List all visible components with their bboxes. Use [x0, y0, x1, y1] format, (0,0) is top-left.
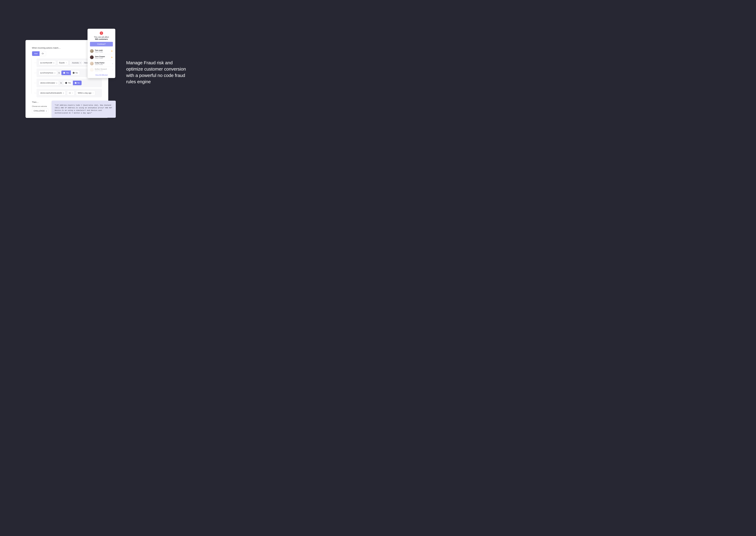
alert-icon: !: [100, 31, 103, 35]
attribute-select[interactable]: device.lastAuthenticatedAt ▴▾: [39, 90, 65, 95]
operator-label: Equals: [59, 62, 65, 64]
tree-connector-vertical: [31, 58, 32, 94]
value-tag: Australia ✕: [71, 61, 82, 64]
tree-connector-horizontal: [34, 63, 37, 63]
value-select[interactable]: Within a day ago ▾: [76, 90, 95, 95]
avatar: [90, 49, 94, 53]
view-all-link[interactable]: View All Affected: [90, 74, 113, 76]
affect-title: This rule will affect: [90, 36, 113, 38]
view-profile-link[interactable]: View Profile: [95, 57, 110, 59]
operator-label: ==: [69, 92, 71, 94]
logic-operator-tabs: And Or: [32, 51, 46, 56]
remove-tag-icon[interactable]: ✕: [80, 62, 81, 64]
check-icon: ✓: [63, 72, 65, 74]
affect-count: 500 customers: [90, 38, 113, 40]
tree-connector-horizontal: [34, 83, 37, 83]
condition-row: device.lastAuthenticatedAt ▴▾ == ▾ Withi…: [37, 89, 102, 97]
outcome-value: CHALLENGE: [34, 110, 45, 112]
link-word: is: [60, 82, 62, 84]
customer-name: Jane Cooper: [95, 55, 110, 57]
customer-name: Tom cook: [95, 49, 110, 51]
x-icon: ✕: [73, 72, 75, 74]
customer-name: Esther Howard: [95, 68, 111, 70]
yes-label: Yes: [68, 82, 71, 84]
tag-label: Australia: [72, 62, 79, 64]
check-icon: ✓: [65, 82, 67, 84]
chevron-right-icon: ›: [112, 62, 113, 65]
generated-rule-code: "(IP Address.Country Code = [Australia (…: [52, 101, 116, 118]
sort-icon: ▴▾: [63, 92, 64, 94]
customer-row[interactable]: Cody Fisher View Profile ›: [90, 60, 113, 67]
avatar: [90, 68, 94, 72]
chevron-down-icon: ▾: [66, 62, 67, 63]
attribute-label: device.lastAuthenticatedAt: [40, 92, 62, 94]
attribute-label: ip.isAnonymous: [40, 72, 53, 74]
tab-or[interactable]: Or: [40, 51, 46, 56]
toggle-yes[interactable]: ✓ Yes: [61, 71, 71, 75]
marketing-headline: Manage Fraud risk and optimize customer …: [126, 59, 187, 85]
tab-and[interactable]: And: [32, 51, 40, 56]
yes-label: Yes: [66, 72, 69, 74]
link-word: is: [58, 72, 60, 74]
sort-icon: ▴▾: [53, 62, 54, 64]
attribute-select[interactable]: ip.countrycode ▴▾: [39, 60, 56, 65]
chevron-down-icon: ▾: [72, 92, 73, 94]
no-label: No: [76, 72, 78, 74]
attribute-select[interactable]: device.isSimulator ▴▾: [39, 81, 59, 85]
boolean-toggle: ✓ Yes ✕ No: [61, 70, 80, 75]
condition-row: device.isSimulator ▴▾ is ✓ Yes ✕ No: [37, 79, 102, 87]
value-label: Within a day ago: [78, 92, 91, 94]
toggle-no[interactable]: ✕ No: [71, 71, 80, 75]
customer-row[interactable]: Jane Cooper View Profile ★: [90, 54, 113, 60]
view-profile-link[interactable]: View Profile: [95, 64, 111, 65]
sort-icon: ▴▾: [46, 110, 47, 112]
customer-row[interactable]: Tom cook View Profile ★: [90, 48, 113, 54]
avatar: [90, 55, 94, 59]
toggle-no[interactable]: ✕ No: [73, 81, 82, 85]
attribute-label: ip.countrycode: [40, 62, 52, 64]
operator-select[interactable]: == ▾: [67, 90, 75, 95]
star-icon[interactable]: ★: [111, 50, 113, 52]
avatar: [90, 62, 94, 65]
boolean-toggle: ✓ Yes ✕ No: [63, 81, 82, 85]
view-profile-link[interactable]: View Profile: [95, 51, 110, 53]
x-icon: ✕: [75, 82, 77, 84]
affect-summary-card: ! This rule will affect 500 customers Co…: [87, 29, 115, 78]
no-label: No: [78, 82, 80, 84]
customer-row[interactable]: Esther Howard View Profile ›: [90, 67, 113, 73]
customer-name: Cody Fisher: [95, 62, 111, 64]
continue-button[interactable]: Continue?: [90, 42, 113, 47]
operator-select[interactable]: Equals ▾: [57, 60, 68, 65]
sort-icon: ▴▾: [54, 72, 55, 74]
view-profile-link[interactable]: View Profile: [95, 70, 111, 72]
star-icon[interactable]: ★: [111, 56, 113, 58]
attribute-label: device.isSimulator: [40, 82, 55, 84]
outcome-select[interactable]: CHALLENGE ▴▾: [32, 109, 49, 113]
attribute-select[interactable]: ip.isAnonymous ▴▾: [39, 70, 57, 75]
sort-icon: ▴▾: [56, 82, 57, 84]
chevron-right-icon: ›: [112, 69, 113, 71]
toggle-yes[interactable]: ✓ Yes: [63, 81, 73, 85]
chevron-down-icon: ▾: [93, 92, 93, 94]
